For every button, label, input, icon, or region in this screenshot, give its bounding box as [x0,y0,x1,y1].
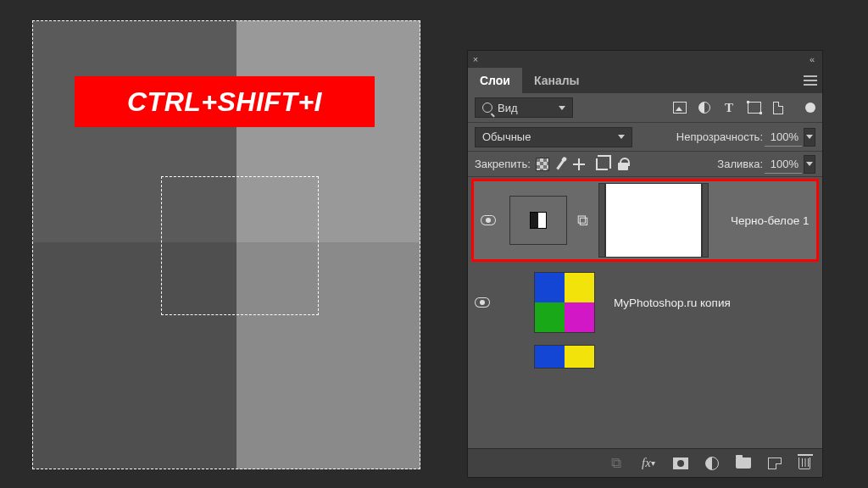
layer-filter-kind-dropdown[interactable]: Вид [475,97,573,118]
lock-row: Закрепить: Заливка: 100% [468,151,822,176]
new-layer-icon[interactable] [768,458,782,469]
panel-close-icon[interactable]: × [468,54,483,64]
filter-pixel-icon[interactable] [673,102,687,114]
fill-caret[interactable] [804,155,815,174]
layer-row[interactable]: MyPhotoshop.ru копия [468,267,822,338]
layer-thumbnail[interactable] [534,272,595,333]
fill-value[interactable]: 100% [765,155,802,174]
layer-name[interactable]: MyPhotoshop.ru копия [614,297,731,309]
search-icon [482,103,492,113]
add-adjustment-icon[interactable] [705,457,719,470]
filter-row: Вид T [468,93,822,122]
layer-filter-kind-label: Вид [498,102,518,114]
panel-tabs: Слои Каналы [468,68,822,93]
opacity-value[interactable]: 100% [765,128,802,147]
delete-layer-icon[interactable] [798,458,810,469]
layer-mask-thumbnail[interactable] [598,183,709,258]
layer-style-fx-icon[interactable]: fx▾ [641,456,656,471]
new-group-icon[interactable] [736,458,751,469]
blend-row: Обычные Непрозрачность: 100% [468,122,822,151]
layer-name[interactable]: Черно-белое 1 [731,214,809,227]
layer-list: ⧉ Черно-белое 1 MyPhotoshop.ru копия [468,176,822,448]
lock-all-icon[interactable] [618,163,628,170]
layer-row[interactable] [468,338,822,367]
fill-label: Заливка: [717,158,763,170]
visibility-eye-icon[interactable] [475,297,490,308]
lock-label: Закрепить: [475,158,531,170]
lock-position-icon[interactable] [572,158,586,171]
panel-titlebar: × « [468,51,822,68]
lock-pixels-icon[interactable] [556,158,565,169]
tab-layers[interactable]: Слои [468,68,522,93]
filter-type-icon[interactable]: T [722,102,736,114]
tab-channels[interactable]: Каналы [522,68,592,93]
layers-panel: × « Слои Каналы Вид T Обычные Непрозрачн… [467,50,823,478]
layer-filter-icons: T [673,102,815,114]
adjustment-thumbnail[interactable] [509,196,567,245]
filter-adjustment-icon[interactable] [698,102,710,114]
filter-smartobject-icon[interactable] [773,102,783,114]
panel-menu-icon[interactable] [798,68,822,93]
blend-mode-dropdown[interactable]: Обычные [475,127,632,147]
black-white-adjustment-icon [530,212,547,229]
shortcut-banner-text: CTRL+SHIFT+I [127,86,322,118]
lock-transparency-icon[interactable] [536,158,549,171]
add-mask-icon[interactable] [673,458,688,469]
opacity-label: Непрозрачность: [676,130,763,143]
panel-footer: ⧉ fx▾ [468,448,822,477]
canvas-area[interactable]: CTRL+SHIFT+I [32,20,420,469]
panel-collapse-icon[interactable]: « [802,54,822,64]
lock-artboard-icon[interactable] [596,158,608,170]
mask-link-icon[interactable]: ⧉ [576,212,590,230]
filter-shape-icon[interactable] [748,102,761,114]
selection-marquee-inner [161,176,319,315]
filter-toggle-icon[interactable] [805,103,815,113]
visibility-eye-icon[interactable] [481,215,496,225]
layer-thumbnail[interactable] [534,345,595,369]
link-layers-icon[interactable]: ⧉ [609,456,624,471]
blend-mode-label: Обычные [482,130,531,143]
chevron-down-icon [618,135,625,139]
opacity-caret[interactable] [804,128,815,147]
shortcut-banner: CTRL+SHIFT+I [75,76,375,127]
chevron-down-icon [559,106,565,110]
layer-row[interactable]: ⧉ Черно-белое 1 [471,179,819,262]
